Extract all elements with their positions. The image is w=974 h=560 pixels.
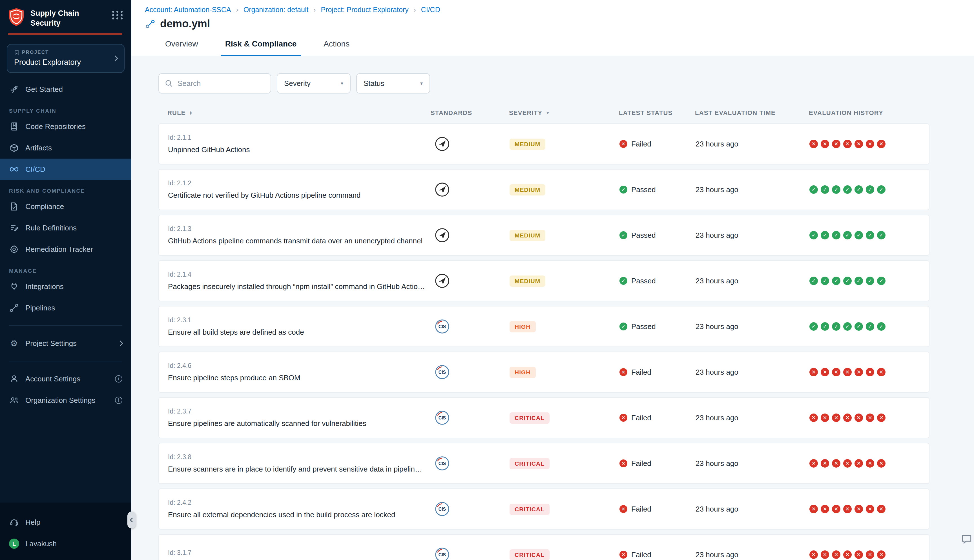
search-input[interactable] — [178, 79, 265, 88]
apps-grid-icon[interactable] — [112, 11, 123, 20]
history-fail-icon: ✕ — [877, 505, 886, 513]
severity-badge: CRITICAL — [510, 458, 550, 469]
severity-badge: CRITICAL — [510, 504, 550, 515]
table-row[interactable]: Id: 2.4.2 Ensure all external dependenci… — [158, 488, 929, 530]
sidebar-item-help[interactable]: Help — [0, 512, 131, 533]
sidebar-item-integrations[interactable]: Integrations — [0, 276, 131, 297]
history-fail-icon: ✕ — [832, 550, 841, 559]
history-pass-icon: ✓ — [832, 277, 841, 285]
standards-cell — [431, 228, 510, 243]
history-pass-icon: ✓ — [877, 231, 886, 240]
evaluation-time: 23 hours ago — [695, 459, 809, 468]
evaluation-time: 23 hours ago — [695, 550, 809, 559]
tab-risk-compliance[interactable]: Risk & Compliance — [224, 34, 298, 56]
severity-badge: MEDIUM — [510, 230, 545, 241]
breadcrumb-account[interactable]: Account: Automation-SSCA — [145, 6, 231, 14]
sidebar-item-remediation-tracker[interactable]: Remediation Tracker — [0, 238, 131, 260]
status-passed-icon: ✓ — [619, 277, 627, 285]
sort-desc-icon[interactable] — [545, 111, 550, 115]
table-row[interactable]: Id: 3.1.7 CIS CRITICAL ✕ Failed 23 hours… — [158, 534, 929, 560]
status-passed-icon: ✓ — [619, 323, 627, 330]
sidebar-item-artifacts[interactable]: Artifacts — [0, 137, 131, 158]
breadcrumb-project[interactable]: Project: Product Exploratory — [309, 6, 409, 14]
history-fail-icon: ✕ — [832, 140, 841, 148]
history-fail-icon: ✕ — [809, 550, 818, 559]
sidebar-item-code-repositories[interactable]: Code Repositories — [0, 116, 131, 137]
severity-filter[interactable]: Severity ▾ — [277, 73, 350, 93]
status-label: Failed — [631, 550, 651, 559]
sidebar-item-account-settings[interactable]: Account Settings i — [0, 368, 131, 390]
column-severity[interactable]: SEVERITY — [509, 109, 619, 117]
tab-actions[interactable]: Actions — [322, 34, 350, 56]
evaluation-time: 23 hours ago — [695, 505, 809, 513]
status-cell: ✓ Passed — [619, 185, 695, 194]
table-row[interactable]: Id: 2.3.7 Ensure pipelines are automatic… — [158, 397, 929, 438]
evaluation-history: ✕✕✕✕✕✕✕ — [809, 550, 929, 559]
sidebar-collapse-handle[interactable] — [127, 512, 136, 528]
sidebar-item-organization-settings[interactable]: Organization Settings i — [0, 390, 131, 411]
severity-cell: MEDIUM — [510, 138, 619, 150]
status-failed-icon: ✕ — [619, 460, 627, 467]
evaluation-history: ✕✕✕✕✕✕✕ — [809, 368, 929, 376]
table-row[interactable]: Id: 2.1.2 Certificate not verified by Gi… — [158, 169, 929, 210]
table-row[interactable]: Id: 2.4.6 Ensure pipeline steps produce … — [158, 352, 929, 393]
rocket-icon — [9, 84, 19, 94]
severity-badge: MEDIUM — [510, 184, 545, 195]
history-pass-icon: ✓ — [821, 277, 829, 285]
severity-cell: HIGH — [510, 366, 619, 378]
severity-badge: CRITICAL — [510, 412, 550, 424]
history-pass-icon: ✓ — [809, 322, 818, 331]
history-pass-icon: ✓ — [877, 322, 886, 331]
rule-cell: Id: 3.1.7 — [159, 549, 431, 560]
sort-icon[interactable] — [189, 111, 193, 115]
sidebar-item-rule-definitions[interactable]: Rule Definitions — [0, 217, 131, 238]
sidebar-item-cicd[interactable]: CI/CD — [0, 158, 131, 180]
table-row[interactable]: Id: 2.1.4 Packages insecurely installed … — [158, 260, 929, 302]
user-menu[interactable]: L Lavakush — [0, 533, 131, 554]
search-box[interactable] — [158, 73, 271, 93]
table-row[interactable]: Id: 2.3.8 Ensure scanners are in place t… — [158, 443, 929, 484]
sidebar-item-get-started[interactable]: Get Started — [0, 78, 131, 100]
status-cell: ✓ Passed — [619, 322, 695, 331]
plug-icon — [9, 282, 19, 292]
tab-overview[interactable]: Overview — [164, 34, 199, 56]
history-fail-icon: ✕ — [821, 413, 829, 422]
history-fail-icon: ✕ — [843, 140, 852, 148]
table-row[interactable]: Id: 2.3.1 Ensure all build steps are def… — [158, 306, 929, 347]
status-cell: ✕ Failed — [619, 140, 695, 148]
rule-id: Id: 2.1.1 — [168, 134, 431, 142]
sidebar-item-compliance[interactable]: Compliance — [0, 196, 131, 217]
brand-header: Supply Chain Security — [0, 0, 131, 33]
history-pass-icon: ✓ — [821, 185, 829, 194]
chat-widget-icon[interactable] — [961, 533, 973, 545]
history-pass-icon: ✓ — [843, 185, 852, 194]
breadcrumb-organization[interactable]: Organization: default — [231, 6, 309, 14]
breadcrumb-cicd[interactable]: CI/CD — [409, 6, 440, 14]
history-pass-icon: ✓ — [843, 231, 852, 240]
sidebar-item-pipelines[interactable]: Pipelines — [0, 297, 131, 318]
status-passed-icon: ✓ — [619, 186, 627, 193]
history-pass-icon: ✓ — [832, 185, 841, 194]
cube-icon — [9, 143, 19, 153]
severity-cell: MEDIUM — [510, 275, 619, 287]
svg-text:CIS: CIS — [439, 507, 446, 512]
column-evaluation-history: EVALUATION HISTORY — [809, 109, 929, 117]
history-fail-icon: ✕ — [809, 140, 818, 148]
cis-standard-icon: CIS — [435, 319, 510, 334]
status-filter[interactable]: Status ▾ — [356, 73, 430, 93]
rule-cell: Id: 2.4.6 Ensure pipeline steps produce … — [159, 362, 431, 382]
column-rule[interactable]: RULE — [158, 109, 430, 117]
rule-id: Id: 3.1.7 — [168, 549, 431, 557]
history-pass-icon: ✓ — [866, 277, 874, 285]
sidebar-item-project-settings[interactable]: ⚙ Project Settings — [0, 333, 131, 354]
project-selector[interactable]: PROJECT Product Exploratory — [7, 44, 125, 73]
status-passed-icon: ✓ — [619, 231, 627, 239]
history-fail-icon: ✕ — [854, 550, 863, 559]
table-row[interactable]: Id: 2.1.3 GitHub Actions pipeline comman… — [158, 215, 929, 256]
rule-name: Certificate not verified by GitHub Actio… — [168, 191, 431, 200]
shield-logo-icon — [8, 7, 25, 27]
table-row[interactable]: Id: 2.1.1 Unpinned GitHub Actions MEDIUM… — [158, 123, 929, 165]
history-pass-icon: ✓ — [877, 277, 886, 285]
breadcrumb: Account: Automation-SSCA Organization: d… — [145, 6, 974, 14]
main-area: Account: Automation-SSCA Organization: d… — [131, 0, 974, 560]
